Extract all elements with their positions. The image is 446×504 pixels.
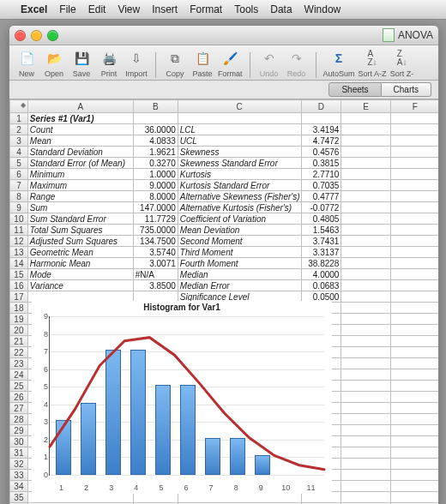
cell[interactable]: Second Moment <box>178 236 301 247</box>
cell[interactable]: 147.0000 <box>133 202 178 213</box>
cell[interactable]: Maximum <box>27 180 133 191</box>
cell[interactable] <box>341 269 390 280</box>
row-header[interactable]: 11 <box>10 225 28 236</box>
row-header[interactable]: 8 <box>10 191 28 202</box>
cell[interactable]: Minimum <box>27 169 133 180</box>
table-row[interactable]: 7Maximum9.0000Kurtosis Standard Error0.7… <box>10 180 439 191</box>
table-row[interactable]: 14Harmonic Mean3.0071Fourth Moment38.822… <box>10 258 439 269</box>
cell[interactable]: LCL <box>178 124 301 135</box>
cell[interactable] <box>341 481 390 492</box>
cell[interactable]: 9.0000 <box>133 180 178 191</box>
cell[interactable] <box>390 291 438 303</box>
col-header-b[interactable]: B <box>133 100 178 113</box>
cell[interactable]: Mode <box>27 269 133 280</box>
row-header[interactable]: 22 <box>10 347 28 358</box>
charts-tab[interactable]: Charts <box>382 82 431 97</box>
cell[interactable]: Adjusted Sum Squares <box>27 236 133 247</box>
cell[interactable] <box>341 247 390 258</box>
cell[interactable] <box>341 347 390 358</box>
cell[interactable]: Alternative Skewness (Fisher's) <box>178 191 301 202</box>
row-header[interactable]: 9 <box>10 202 28 213</box>
cell[interactable] <box>390 403 438 414</box>
row-header[interactable]: 27 <box>10 403 28 414</box>
cell[interactable]: 0.3815 <box>301 158 341 169</box>
cell[interactable]: Fourth Moment <box>178 258 301 269</box>
zoom-window-button[interactable] <box>47 30 58 41</box>
row-header[interactable]: 33 <box>10 470 28 481</box>
cell[interactable] <box>341 381 390 392</box>
redo-button[interactable]: ↷ Redo <box>285 49 309 78</box>
menu-insert[interactable]: Insert <box>152 3 178 15</box>
cell[interactable] <box>341 436 390 447</box>
cell[interactable]: Count <box>27 124 133 135</box>
cell[interactable]: #N/A <box>133 269 178 280</box>
cell[interactable] <box>341 303 390 314</box>
cell[interactable] <box>390 358 438 369</box>
cell[interactable] <box>301 113 341 124</box>
cell[interactable] <box>341 135 390 147</box>
cell[interactable]: Standard Error (of Mean) <box>27 158 133 169</box>
cell[interactable] <box>341 202 390 213</box>
col-header-d[interactable]: D <box>301 100 341 113</box>
cell[interactable] <box>341 236 390 247</box>
spreadsheet[interactable]: A B C D E F 1Series #1 (Var1)2Count36.00… <box>9 99 438 504</box>
cell[interactable]: -0.0772 <box>301 202 341 213</box>
row-header[interactable]: 26 <box>10 392 28 403</box>
cell[interactable]: 1.0000 <box>133 169 178 180</box>
row-header[interactable]: 30 <box>10 436 28 447</box>
cell[interactable] <box>390 124 438 135</box>
cell[interactable] <box>390 147 438 158</box>
cell[interactable] <box>390 158 438 169</box>
row-header[interactable]: 29 <box>10 425 28 436</box>
row-header[interactable]: 16 <box>10 280 28 291</box>
cell[interactable]: Sum <box>27 202 133 213</box>
cell[interactable] <box>341 336 390 347</box>
cell[interactable]: Kurtosis Standard Error <box>178 180 301 191</box>
cell[interactable] <box>390 236 438 247</box>
cell[interactable] <box>390 392 438 403</box>
cell[interactable]: 4.0000 <box>301 269 341 280</box>
cell[interactable]: Coefficient of Variation <box>178 213 301 225</box>
col-header-a[interactable]: A <box>27 100 133 113</box>
row-header[interactable]: 2 <box>10 124 28 135</box>
table-row[interactable]: 1Series #1 (Var1) <box>10 113 439 124</box>
undo-button[interactable]: ↶ Undo <box>257 49 281 78</box>
cell[interactable] <box>178 113 301 124</box>
cell[interactable] <box>390 425 438 436</box>
cell[interactable]: 0.4805 <box>301 213 341 225</box>
table-row[interactable]: 2Count36.0000LCL3.4194 <box>10 124 439 135</box>
cell[interactable] <box>341 258 390 269</box>
cell[interactable] <box>341 291 390 303</box>
table-row[interactable]: 6Minimum1.0000Kurtosis2.7710 <box>10 169 439 180</box>
cell[interactable]: Skewness <box>178 147 301 158</box>
menu-format[interactable]: Format <box>190 3 222 15</box>
cell[interactable] <box>390 180 438 191</box>
cell[interactable]: Standard Deviation <box>27 147 133 158</box>
cell[interactable] <box>341 314 390 325</box>
cell[interactable] <box>341 492 390 503</box>
menu-tools[interactable]: Tools <box>234 3 258 15</box>
sheets-tab[interactable]: Sheets <box>328 82 381 97</box>
cell[interactable]: 3.5740 <box>133 247 178 258</box>
row-header[interactable]: 7 <box>10 180 28 191</box>
row-header[interactable]: 23 <box>10 358 28 369</box>
cell[interactable] <box>390 314 438 325</box>
menu-app-name[interactable]: Excel <box>21 3 47 15</box>
format-button[interactable]: 🖌️ Format <box>218 49 243 78</box>
cell[interactable]: UCL <box>178 135 301 147</box>
cell[interactable] <box>390 459 438 470</box>
table-row[interactable]: 11Total Sum Squares735.0000Mean Deviatio… <box>10 225 439 236</box>
cell[interactable] <box>341 403 390 414</box>
row-header[interactable]: 18 <box>10 303 28 314</box>
cell[interactable] <box>390 202 438 213</box>
cell[interactable] <box>390 258 438 269</box>
cell[interactable] <box>390 225 438 236</box>
sort-za-button[interactable]: ZA↓ Sort Z- <box>390 49 414 78</box>
row-header[interactable]: 5 <box>10 158 28 169</box>
row-header[interactable]: 35 <box>10 492 28 503</box>
cell[interactable] <box>390 135 438 147</box>
row-header[interactable]: 24 <box>10 369 28 381</box>
cell[interactable] <box>390 470 438 481</box>
cell[interactable] <box>341 358 390 369</box>
cell[interactable]: 1.9621 <box>133 147 178 158</box>
